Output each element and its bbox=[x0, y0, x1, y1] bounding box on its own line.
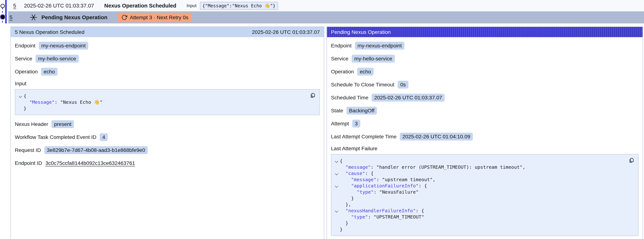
json-line-gutter bbox=[17, 93, 24, 97]
field-value-scheduled-time: 2025-02-26 UTC 01:03:37.07 bbox=[372, 94, 445, 102]
json-line-gutter bbox=[333, 220, 340, 222]
json-line-gutter bbox=[333, 214, 340, 216]
field-value-operation: echo bbox=[357, 68, 374, 76]
collapse-chevron-icon[interactable] bbox=[19, 94, 22, 98]
field-label-service: Service bbox=[331, 56, 348, 62]
field-row-scheduled-time: Scheduled Time2025-02-26 UTC 01:03:37.07 bbox=[331, 94, 638, 102]
event-list-row-pending[interactable]: 5 Pending Nexus Operation Attempt 3 · Ne… bbox=[8, 11, 644, 24]
field-label-request-id: Request ID bbox=[15, 147, 41, 153]
event-marker-filled-icon bbox=[0, 15, 5, 19]
collapse-chevron-icon[interactable] bbox=[335, 184, 338, 188]
json-line-content: }, bbox=[340, 201, 351, 208]
scheduled-panel-header: 5 Nexus Operation Scheduled 2025-02-26 U… bbox=[11, 27, 324, 37]
field-value-workflow-task-completed-event-id: 4 bbox=[100, 133, 108, 141]
json-line-gutter bbox=[333, 164, 340, 166]
event-title: Nexus Operation Scheduled bbox=[104, 2, 176, 9]
json-line-content: "type": "UPSTREAM_TIMEOUT" bbox=[340, 214, 424, 220]
event-id-link[interactable]: 5 bbox=[13, 3, 16, 9]
json-line-content: "type": "NexusFailure" bbox=[340, 189, 419, 195]
retry-badge-label: Attempt 3 · Next Retry 0s bbox=[130, 14, 188, 20]
json-line-content: "message": "handler error (UPSTREAM_TIME… bbox=[340, 164, 526, 170]
json-line: "nexusHandlerFailureInfo": { bbox=[333, 208, 624, 214]
json-line: { bbox=[333, 158, 624, 164]
json-token-p: : bbox=[54, 99, 60, 105]
pending-panel-header: Pending Nexus Operation bbox=[327, 27, 642, 37]
json-line: }, bbox=[333, 201, 624, 208]
event-list-row-scheduled[interactable]: 5 2025-02-26 UTC 01:03:37.07 Nexus Opera… bbox=[8, 0, 644, 11]
field-row-service: Servicemy-hello-service bbox=[331, 54, 638, 62]
field-value-attempt: 3 bbox=[352, 120, 360, 128]
field-label-last-attempt-complete-time: Last Attempt Complete Time bbox=[331, 134, 396, 140]
json-line: } bbox=[333, 226, 624, 232]
field-label-operation: Operation bbox=[15, 69, 38, 75]
collapse-chevron-icon[interactable] bbox=[335, 209, 338, 212]
field-row-last-attempt-complete-time: Last Attempt Complete Time2025-02-26 UTC… bbox=[331, 132, 638, 140]
pending-asterisk-icon bbox=[29, 13, 38, 22]
json-line-content: } bbox=[340, 226, 342, 232]
retry-icon bbox=[121, 14, 127, 20]
json-token-key: "cause" bbox=[346, 170, 365, 176]
json-line-gutter bbox=[333, 158, 340, 162]
field-row-state: StateBackingOff bbox=[331, 106, 638, 114]
json-token-p: { bbox=[24, 93, 26, 99]
json-line-content: { bbox=[340, 158, 342, 164]
json-line-gutter bbox=[333, 189, 340, 191]
json-token-p: , bbox=[522, 164, 525, 170]
json-token-s: "UPSTREAM_TIMEOUT" bbox=[374, 214, 424, 220]
field-value-nexus-header: present bbox=[52, 120, 74, 128]
collapse-chevron-icon[interactable] bbox=[335, 172, 338, 175]
field-value-endpoint-id[interactable]: 3c0c75ccfa8144b092c13ce632463761 bbox=[46, 160, 135, 166]
field-row-workflow-task-completed-event-id: Workflow Task Completed Event ID4 bbox=[15, 133, 320, 141]
json-line: } bbox=[17, 105, 305, 112]
copy-button[interactable] bbox=[628, 157, 635, 164]
json-line-content: "applicationFailureInfo": { bbox=[340, 183, 427, 189]
json-token-key: "Message" bbox=[29, 99, 54, 105]
event-input-chip: {"Message":"Nexus Echo 👋"} bbox=[200, 2, 278, 10]
json-line-content: } bbox=[340, 220, 348, 226]
json-line-gutter bbox=[333, 201, 340, 204]
field-row-nexus-header: Nexus Headerpresent bbox=[15, 120, 320, 128]
json-line: "cause": { bbox=[333, 170, 624, 176]
event-timestamp: 2025-02-26 UTC 01:03:37.07 bbox=[24, 3, 94, 9]
field-row-endpoint: Endpointmy-nexus-endpoint bbox=[331, 42, 638, 50]
json-line-gutter bbox=[333, 183, 340, 187]
collapse-chevron-icon[interactable] bbox=[335, 160, 338, 163]
field-value-schedule-to-close-timeout: 0s bbox=[398, 81, 408, 88]
json-token-s: "upstream timeout" bbox=[382, 177, 432, 182]
copy-button[interactable] bbox=[309, 92, 316, 99]
field-label-last-attempt-failure: Last Attempt Failure bbox=[331, 146, 638, 152]
field-value-service: my-hello-service bbox=[36, 55, 78, 62]
json-token-p: } bbox=[351, 196, 354, 201]
json-token-p: : bbox=[374, 189, 379, 195]
field-value-operation: echo bbox=[41, 68, 58, 76]
json-line-gutter bbox=[333, 170, 340, 175]
json-token-p: : bbox=[376, 177, 382, 182]
json-token-key: "type" bbox=[357, 189, 374, 195]
json-token-p: { bbox=[340, 158, 342, 164]
json-token-key: "applicationFailureInfo" bbox=[351, 183, 418, 188]
scheduled-panel-timestamp: 2025-02-26 UTC 01:03:37.07 bbox=[252, 29, 320, 35]
pending-event-id-link[interactable]: 5 bbox=[10, 14, 12, 20]
json-token-p: , bbox=[432, 177, 435, 182]
field-label-input: Input bbox=[15, 80, 320, 86]
retry-attempt-badge: Attempt 3 · Next Retry 0s bbox=[118, 13, 192, 22]
field-row-operation: Operationecho bbox=[331, 68, 638, 76]
json-token-p: } bbox=[340, 226, 342, 232]
event-detail-panel-pending: Pending Nexus Operation Endpointmy-nexus… bbox=[326, 26, 643, 239]
json-token-p: : bbox=[371, 164, 376, 170]
field-value-endpoint: my-nexus-endpoint bbox=[355, 42, 404, 50]
event-input-label: Input bbox=[186, 3, 196, 8]
json-line-content: "nexusHandlerFailureInfo": { bbox=[340, 208, 424, 214]
field-label-endpoint-id: Endpoint ID bbox=[15, 160, 42, 166]
json-token-s: "Nexus Echo 👋" bbox=[60, 99, 102, 105]
json-viewer-last-attempt-failure: {"message": "handler error (UPSTREAM_TIM… bbox=[331, 154, 638, 236]
event-detail-panel-scheduled: 5 Nexus Operation Scheduled 2025-02-26 U… bbox=[10, 26, 324, 239]
json-line: } bbox=[333, 220, 624, 226]
field-row-schedule-to-close-timeout: Schedule To Close Timeout0s bbox=[331, 80, 638, 88]
field-label-attempt: Attempt bbox=[331, 120, 349, 127]
json-line: { bbox=[17, 93, 305, 99]
json-line: "type": "NexusFailure" bbox=[333, 189, 624, 195]
json-line: "message": "upstream timeout", bbox=[333, 176, 624, 183]
pending-panel-title: Pending Nexus Operation bbox=[331, 29, 391, 35]
field-value-request-id: 3e829b7e-7d67-4b08-aad3-b1e868bfe9e0 bbox=[44, 146, 148, 154]
